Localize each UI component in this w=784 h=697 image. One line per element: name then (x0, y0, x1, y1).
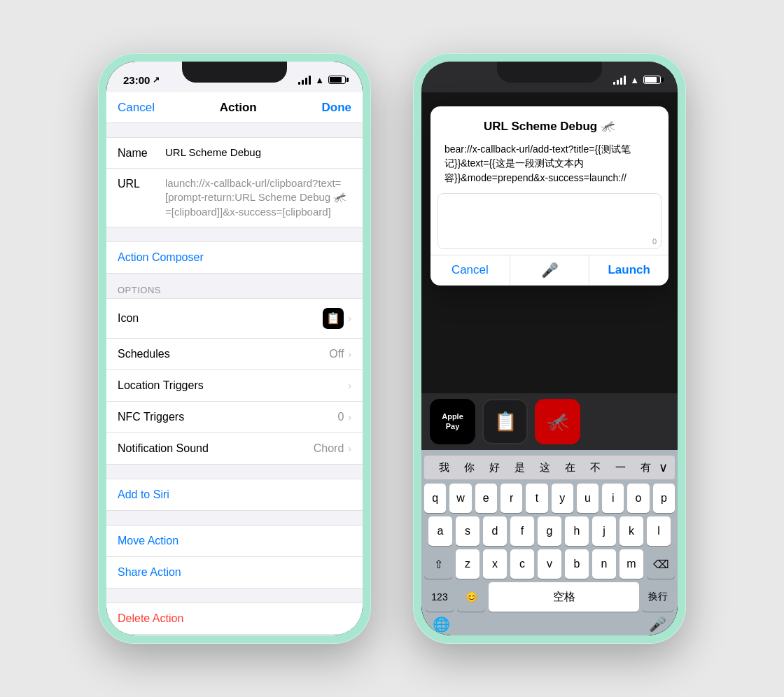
nfc-chevron-icon: › (348, 411, 351, 423)
key-o[interactable]: o (627, 484, 649, 513)
key-h[interactable]: h (565, 516, 589, 546)
name-row: Name URL Scheme Debug (106, 138, 363, 169)
location-triggers-right: › (348, 380, 351, 391)
notification-sound-value: Chord (314, 442, 344, 455)
key-z[interactable]: z (456, 549, 479, 579)
add-to-siri-link[interactable]: Add to Siri (118, 488, 169, 500)
phones-container: 23:00 ↗ ▲ Cancel (98, 53, 686, 644)
chevron-icon: › (348, 313, 351, 324)
confirm-key[interactable]: 换行 (643, 582, 673, 612)
delete-key[interactable]: ⌫ (647, 549, 675, 579)
alert-cancel-button[interactable]: Cancel (430, 255, 510, 286)
key-q[interactable]: q (424, 484, 446, 513)
alert-textarea[interactable]: 0 (438, 193, 662, 249)
keyboard-row-2: a s d f g h j k l (424, 516, 675, 546)
alert-buttons: Cancel 🎤 Launch (430, 255, 668, 286)
add-to-siri-row[interactable]: Add to Siri (106, 479, 363, 511)
textarea-counter: 0 (652, 237, 657, 246)
key-e[interactable]: e (475, 484, 497, 513)
icon-option-row[interactable]: Icon 📋 › (106, 299, 363, 339)
number-key[interactable]: 123 (426, 582, 454, 612)
suggestion-我[interactable]: 我 (431, 461, 456, 474)
app-dock-area: ApplePay 📋 🦟 (421, 393, 678, 450)
expand-suggestions-icon[interactable]: ∨ (659, 460, 668, 475)
key-i[interactable]: i (602, 484, 624, 513)
cancel-button[interactable]: Cancel (118, 101, 155, 115)
key-w[interactable]: w (449, 484, 471, 513)
notification-sound-row[interactable]: Notification Sound Chord › (106, 433, 363, 464)
options-section: Icon 📋 › Schedules Off › (106, 298, 363, 465)
shift-key[interactable]: ⇧ (424, 549, 452, 579)
done-button[interactable]: Done (322, 101, 352, 115)
dark-overlay: URL Scheme Debug 🦟 bear://x-callback-url… (421, 92, 678, 635)
suggestion-好[interactable]: 好 (482, 461, 507, 474)
red-app-icon[interactable]: 🦟 (535, 399, 580, 444)
keyboard-bottom-row: 123 😊 空格 换行 (424, 582, 675, 612)
share-action-link[interactable]: Share Action (118, 566, 181, 578)
nav-title: Action (220, 101, 257, 115)
key-d[interactable]: d (483, 516, 507, 546)
url-value: launch://x-callback-url/clipboard?text=[… (165, 176, 351, 219)
delete-action-row[interactable]: Delete Action (106, 603, 363, 635)
key-k[interactable]: k (620, 516, 643, 546)
suggestion-这[interactable]: 这 (532, 461, 557, 474)
nfc-triggers-label: NFC Triggers (118, 411, 184, 423)
location-triggers-row[interactable]: Location Triggers › (106, 370, 363, 402)
key-f[interactable]: f (510, 516, 534, 546)
key-g[interactable]: g (538, 516, 561, 546)
nav-bar: Cancel Action Done (106, 92, 363, 123)
key-r[interactable]: r (500, 484, 522, 513)
keyboard: 我 你 好 是 这 在 不 一 有 ∨ (421, 450, 678, 635)
alert-mic-button[interactable]: 🎤 (510, 255, 590, 286)
key-p[interactable]: p (653, 484, 675, 513)
applepay-icon[interactable]: ApplePay (430, 399, 475, 444)
location-triggers-label: Location Triggers (118, 379, 204, 392)
mic-key[interactable]: 🎤 (649, 616, 666, 633)
space-key[interactable]: 空格 (489, 582, 639, 612)
alert-dialog: URL Scheme Debug 🦟 bear://x-callback-url… (430, 106, 668, 286)
move-action-row[interactable]: Move Action (106, 525, 363, 556)
emoji-key[interactable]: 😊 (457, 582, 485, 612)
time-display: 23:00 (123, 74, 150, 86)
nfc-triggers-row[interactable]: NFC Triggers 0 › (106, 402, 363, 433)
key-s[interactable]: s (456, 516, 479, 546)
key-b[interactable]: b (565, 549, 589, 579)
notification-sound-label: Notification Sound (118, 442, 209, 455)
suggestion-在[interactable]: 在 (558, 461, 583, 474)
keyboard-suggestions: 我 你 好 是 这 在 不 一 有 ∨ (424, 456, 675, 479)
nfc-triggers-right: 0 › (337, 411, 351, 423)
key-u[interactable]: u (577, 484, 598, 513)
schedules-chevron-icon: › (348, 348, 351, 360)
move-action-link[interactable]: Move Action (118, 535, 178, 547)
suggestion-你[interactable]: 你 (456, 461, 482, 474)
schedules-option-row[interactable]: Schedules Off › (106, 339, 363, 370)
delete-action-link[interactable]: Delete Action (118, 612, 183, 624)
battery-icon (328, 76, 346, 84)
signal-icon (298, 76, 311, 85)
notification-sound-right: Chord › (314, 442, 351, 455)
key-x[interactable]: x (483, 549, 507, 579)
suggestion-不[interactable]: 不 (583, 461, 608, 474)
wifi-icon: ▲ (315, 75, 324, 85)
alert-body: bear://x-callback-url/add-text?title={{测… (430, 139, 668, 193)
key-n[interactable]: n (592, 549, 616, 579)
globe-key[interactable]: 🌐 (433, 616, 450, 633)
alert-launch-button[interactable]: Launch (589, 255, 668, 286)
key-l[interactable]: l (647, 516, 671, 546)
key-c[interactable]: c (510, 549, 534, 579)
key-m[interactable]: m (620, 549, 643, 579)
location-arrow-icon: ↗ (153, 75, 160, 85)
key-a[interactable]: a (428, 516, 452, 546)
key-y[interactable]: y (552, 484, 573, 513)
clipboard-icon[interactable]: 📋 (482, 399, 528, 444)
suggestion-一[interactable]: 一 (608, 461, 634, 474)
sound-chevron-icon: › (348, 443, 351, 454)
key-v[interactable]: v (538, 549, 561, 579)
share-action-row[interactable]: Share Action (106, 556, 363, 589)
suggestion-是[interactable]: 是 (507, 461, 532, 474)
action-composer-link[interactable]: Action Composer (118, 251, 204, 263)
key-t[interactable]: t (526, 484, 547, 513)
action-composer-row[interactable]: Action Composer (106, 241, 363, 274)
suggestion-有[interactable]: 有 (634, 461, 659, 474)
key-j[interactable]: j (592, 516, 616, 546)
